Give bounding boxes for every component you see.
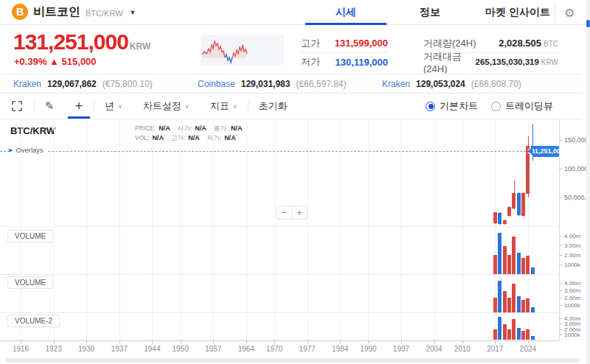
volume-bar — [526, 298, 530, 312]
gridline — [246, 119, 247, 340]
radio-unselected-icon — [491, 102, 501, 111]
header-bar: B 비트코인 BTC/KRW ▼ 시세 정보 마켓 인사이트 ⚙ — [0, 0, 590, 25]
gridline — [54, 119, 55, 340]
candle-body — [507, 207, 511, 216]
indicator-dropdown[interactable]: 지표 ∨ — [200, 94, 248, 119]
y-tick — [559, 283, 562, 284]
gridline — [340, 119, 341, 340]
chart-settings-dropdown[interactable]: 차트설정 ∨ — [133, 94, 200, 119]
volume-bar — [531, 267, 535, 274]
x-axis-label: 1930 — [72, 345, 101, 353]
stats-price-column: 고가 131,599,000 저가 130,119,000 — [301, 34, 388, 71]
add-indicator-icon[interactable]: + — [64, 94, 94, 119]
volume-bar — [498, 281, 502, 312]
coin-selector[interactable]: B 비트코인 BTC/KRW ▼ — [12, 4, 136, 20]
x-axis-label: 1984 — [325, 345, 355, 353]
x-axis-label: 1964 — [232, 345, 261, 353]
x-tick — [462, 340, 463, 343]
radio-tradingview[interactable]: 트레이딩뷰 — [491, 99, 553, 113]
y-tick — [559, 169, 562, 169]
y-tick — [559, 323, 562, 324]
overlays-toggle[interactable]: ▶ Overlays — [9, 146, 46, 154]
tab-info[interactable]: 정보 — [389, 0, 471, 25]
volume-bar — [493, 255, 497, 274]
turnover-label: 거래대금(24H) — [423, 50, 476, 74]
info-label: 저가: — [207, 134, 221, 143]
info-value: N/A — [195, 125, 206, 132]
draw-pencil-icon[interactable]: ✎ — [35, 94, 64, 119]
exchange-quote: Kraken 129,053,024 (£66,608.70) — [382, 79, 521, 89]
x-axis-label: 1916 — [6, 345, 35, 353]
reset-button[interactable]: 초기화 — [249, 99, 298, 113]
x-tick — [54, 340, 55, 343]
turnover-unit: KRW — [541, 58, 558, 66]
gridline — [434, 119, 435, 340]
stat-low: 저가 130,119,000 — [301, 52, 388, 71]
change-amount: 515,000 — [62, 56, 97, 67]
page-scrollbar-track[interactable] — [586, 0, 590, 364]
info-value: N/A — [224, 134, 236, 141]
settings-area: ⚙ — [555, 3, 575, 22]
volume-axis-label: 2.00m — [564, 252, 580, 259]
volume-value: 2,028.505BTC — [499, 38, 558, 49]
gear-icon[interactable]: ⚙ — [564, 6, 575, 20]
x-axis-label: 1997 — [386, 345, 416, 353]
volume-panel-label[interactable]: VOLUME — [7, 276, 53, 289]
turnover-value: 265,135,030,319KRW — [476, 57, 559, 66]
chart-type-radios: 기본차트 트레이딩뷰 — [426, 94, 553, 119]
exchange-name[interactable]: Kraken — [382, 79, 410, 89]
info-value: N/A — [152, 134, 164, 141]
page-scrollbar-thumb[interactable] — [586, 20, 590, 27]
x-tick — [181, 340, 181, 343]
exchange-fiat: (£66,608.70) — [471, 79, 521, 89]
zoom-out-button[interactable]: − — [277, 206, 291, 219]
gridline — [401, 119, 402, 340]
high-label: 고가 — [301, 37, 320, 50]
chart-region[interactable]: BTC/KRW PRICE:N/A 시가:N/A 종가:N/A VOL:N/A … — [0, 119, 590, 364]
tab-price[interactable]: 시세 — [302, 0, 389, 25]
exchange-compare-bar: Kraken 129,067,862 (€75,800.10) Coinbase… — [0, 74, 583, 94]
gridline — [181, 119, 181, 340]
radio-basic-chart[interactable]: 기본차트 — [426, 99, 478, 113]
info-label: 고가: — [171, 134, 185, 143]
x-axis-label: 1950 — [166, 345, 195, 353]
x-tick — [274, 340, 275, 343]
exchange-name[interactable]: Coinbase — [198, 79, 235, 89]
x-axis-label: 2010 — [448, 345, 477, 353]
radio-basic-chart-label: 기본차트 — [440, 99, 478, 113]
x-axis-label: 1937 — [105, 345, 134, 353]
volume-bar — [531, 307, 535, 312]
y-tick — [559, 290, 562, 291]
volume-bar — [503, 324, 507, 340]
volume-unit: BTC — [544, 40, 558, 48]
radio-selected-icon — [426, 102, 435, 111]
gridline — [308, 119, 308, 340]
volume-bar — [531, 336, 535, 340]
volume-panel-label[interactable]: VOLUME — [7, 230, 53, 242]
stats-volume-column: 거래량(24H) 2,028.505BTC 거래대금(24H) 265,135,… — [423, 34, 558, 71]
coin-pair: BTC/KRW — [86, 9, 123, 18]
period-dropdown[interactable]: 년 ∨ — [94, 94, 133, 119]
app-root: B 비트코인 BTC/KRW ▼ 시세 정보 마켓 인사이트 ⚙ 131,251… — [0, 0, 590, 364]
y-tick — [559, 329, 562, 330]
current-price-badge: 131,251,000 — [532, 146, 559, 157]
zoom-in-button[interactable]: + — [291, 206, 307, 219]
fullscreen-icon[interactable] — [0, 94, 34, 119]
volume-bar — [517, 296, 521, 312]
change-percent: +0.39% — [14, 56, 46, 67]
x-tick — [21, 340, 21, 343]
volume-bar — [517, 253, 521, 274]
chart-scrollbar[interactable] — [6, 358, 580, 363]
chevron-down-icon: ∨ — [118, 103, 122, 110]
current-price: 131,251,000KRW — [13, 29, 150, 55]
gridline — [368, 119, 369, 340]
exchange-name[interactable]: Kraken — [13, 79, 41, 89]
candle-body — [498, 213, 502, 224]
tab-market-insight[interactable]: 마켓 인사이트 — [471, 0, 565, 25]
exchange-quote: Kraken 129,067,862 (€75,800.10) — [13, 79, 153, 89]
volume2-panel-label[interactable]: VOLUME-2 — [7, 315, 60, 327]
exchange-price: 129,053,024 — [416, 79, 465, 89]
candle-body — [503, 220, 507, 224]
x-tick — [119, 340, 120, 343]
x-tick — [308, 340, 308, 343]
